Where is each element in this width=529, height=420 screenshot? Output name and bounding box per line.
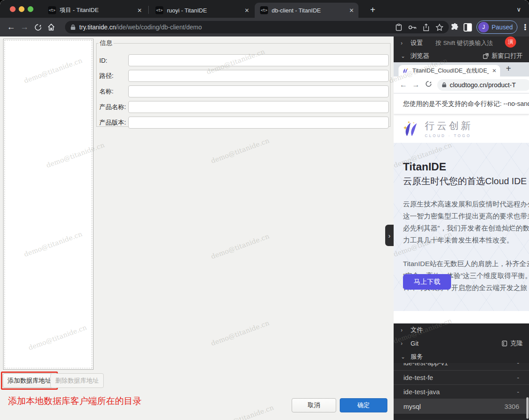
extensions-puzzle-icon[interactable]: [451, 23, 459, 32]
name-input[interactable]: [128, 85, 389, 97]
product-name-input[interactable]: [128, 101, 389, 113]
logo-en-text: CLOUD · TOGO: [425, 133, 473, 138]
browser-label: 浏览器: [411, 52, 429, 60]
scrollbar-thumb[interactable]: [526, 397, 529, 419]
sidebar-collapse-handle[interactable]: ›: [385, 225, 394, 246]
inner-tab-close-icon[interactable]: ✕: [492, 68, 496, 74]
new-tab-button[interactable]: +: [367, 4, 378, 16]
service-port: -: [517, 374, 519, 381]
lock-icon: [442, 82, 447, 88]
url-path: /ide/web/coding/db-client/demo: [116, 24, 202, 31]
inner-tab-title: TitanIDE_CloudIDE_在线IDE_: [412, 67, 489, 75]
lock-icon: [70, 24, 76, 30]
inner-address-bar[interactable]: cloudtogo.cn/product-T: [437, 79, 529, 91]
product-version-input[interactable]: [128, 117, 389, 129]
product-version-label: 产品版本:: [99, 119, 128, 127]
inner-reload-button[interactable]: [422, 81, 435, 89]
clipboard-icon[interactable]: [395, 24, 402, 31]
service-name: ide-test-fe: [403, 374, 433, 381]
address-bar[interactable]: try.titanide.cn/ide/web/coding/db-client…: [65, 21, 449, 33]
hero-title: TitanIDE: [403, 161, 529, 173]
profile-button[interactable]: J Paused: [476, 20, 517, 34]
service-row-mysql[interactable]: mysql 3306: [394, 399, 529, 414]
annotation-text: 添加本地数据库客户端所在的目录: [8, 395, 142, 407]
annotation-highlight-box: 添加数据库地址: [1, 372, 58, 390]
tab-close-icon[interactable]: ✕: [137, 7, 142, 14]
git-clone-icon: [501, 340, 508, 347]
profile-avatar: J: [478, 22, 489, 32]
service-name: mysql: [403, 403, 421, 410]
service-port: -: [517, 363, 519, 367]
bookmark-star-icon[interactable]: [435, 24, 444, 31]
reload-button[interactable]: [31, 20, 45, 34]
path-label: 路径:: [99, 72, 128, 80]
tab-db-client-active[interactable]: <t> db-client - TitanIDE ✕: [255, 3, 358, 18]
open-new-window-icon: [483, 53, 489, 59]
browser-window: <t> 项目 - TitanIDE ✕ <t> ruoyi - TitanIDE…: [0, 0, 529, 420]
home-button[interactable]: [45, 20, 58, 34]
back-button[interactable]: ←: [4, 20, 18, 34]
download-button[interactable]: 马上下载: [403, 274, 451, 290]
browser-menu-icon[interactable]: •••: [522, 24, 528, 31]
tab-strip: <t> 项目 - TitanIDE ✕ <t> ruoyi - TitanIDE…: [0, 0, 529, 18]
delete-database-address-button[interactable]: 删除数据库地址: [50, 373, 104, 388]
hero-subtitle: 云原生时代您的首选Cloud IDE: [403, 175, 529, 187]
cloudtogo-favicon: [402, 68, 409, 74]
service-name: ide-test-app-v1: [403, 363, 448, 367]
info-fieldset: 信息 ID: 路径: 名称: 产品名称: 产品版本:: [96, 39, 391, 127]
git-section-header[interactable]: › Git 克隆: [394, 337, 529, 350]
service-name: ide-test-java: [403, 388, 440, 396]
ok-button[interactable]: 确定: [340, 398, 387, 412]
tab-ruoyi[interactable]: <t> ruoyi - TitanIDE ✕: [150, 3, 254, 18]
git-clone-label: 克隆: [510, 339, 523, 347]
hero-paragraph-1: 云原生技术高速发展和后疫情时代远程办公等新 这一智力密集型工作提出更高的要求也带…: [403, 198, 529, 246]
inner-new-tab-button[interactable]: +: [506, 64, 511, 74]
tab-search-chevron-icon[interactable]: ∨: [513, 4, 525, 15]
service-row[interactable]: ide-test-java -: [394, 384, 529, 399]
add-database-address-button[interactable]: 添加数据库地址: [3, 373, 56, 388]
ide-sidebar: › 设置 按 Shift 键切换输入法 演 ⌄ 浏览器 新窗口打开 TitanI…: [394, 36, 529, 420]
chevron-right-icon: ›: [401, 40, 411, 46]
share-icon[interactable]: [423, 24, 429, 31]
inner-url: cloudtogo.cn/product-T: [450, 81, 516, 89]
sandbox-warning-text: 您使用的是不受支持的命令行标记: --no-sand: [403, 100, 529, 108]
services-section-header[interactable]: ⌄ 服务: [394, 350, 529, 363]
sandbox-warning-bar: 您使用的是不受支持的命令行标记: --no-sand: [394, 93, 529, 114]
database-address-list[interactable]: [3, 39, 94, 370]
side-panel-icon[interactable]: [464, 23, 472, 32]
settings-section-header[interactable]: › 设置 按 Shift 键切换输入法 演: [394, 36, 529, 49]
tab-close-icon[interactable]: ✕: [349, 7, 354, 14]
password-key-icon[interactable]: [408, 25, 417, 30]
service-row-clipped[interactable]: ide-test-app-v1 -: [394, 363, 529, 370]
titanide-favicon: <t>: [48, 6, 56, 14]
inner-browser-tabstrip: TitanIDE_CloudIDE_在线IDE_ ✕ +: [394, 62, 529, 77]
demo-badge[interactable]: 演: [505, 36, 516, 48]
minimize-window-button[interactable]: [19, 6, 24, 12]
inner-browser-toolbar: ← → cloudtogo.cn/product-T: [394, 77, 529, 93]
cancel-button[interactable]: 取消: [292, 398, 336, 412]
tab-project[interactable]: <t> 项目 - TitanIDE ✕: [43, 3, 146, 18]
ime-hint-text: 按 Shift 键切换输入法: [435, 39, 493, 47]
path-input[interactable]: [128, 70, 389, 82]
zoom-window-button[interactable]: [28, 6, 33, 12]
inner-forward-button[interactable]: →: [410, 81, 422, 89]
db-client-page: 信息 ID: 路径: 名称: 产品名称: 产品版本: 添加数据库地址 删除数据库…: [0, 36, 394, 420]
cloudtogo-logo-icon: [402, 120, 420, 137]
forward-button[interactable]: →: [18, 20, 31, 34]
open-new-window-button[interactable]: 新窗口打开: [483, 52, 523, 60]
id-label: ID:: [99, 57, 128, 64]
inner-back-button[interactable]: ←: [397, 81, 410, 89]
list-inner-border: [4, 40, 92, 368]
tab-divider: [148, 6, 149, 14]
tab-close-icon[interactable]: ✕: [244, 7, 249, 14]
service-row[interactable]: ide-test-fe -: [394, 370, 529, 384]
close-window-button[interactable]: [10, 6, 16, 12]
id-input[interactable]: [128, 54, 389, 66]
services-label: 服务: [411, 353, 423, 361]
git-clone-button[interactable]: 克隆: [501, 339, 523, 347]
browser-section-header[interactable]: ⌄ 浏览器 新窗口打开: [394, 49, 529, 62]
tab-title: 项目 - TitanIDE: [60, 6, 134, 14]
inner-browser-tab[interactable]: TitanIDE_CloudIDE_在线IDE_ ✕: [399, 65, 500, 77]
git-label: Git: [411, 340, 419, 347]
files-section-header[interactable]: › 文件: [394, 323, 529, 337]
